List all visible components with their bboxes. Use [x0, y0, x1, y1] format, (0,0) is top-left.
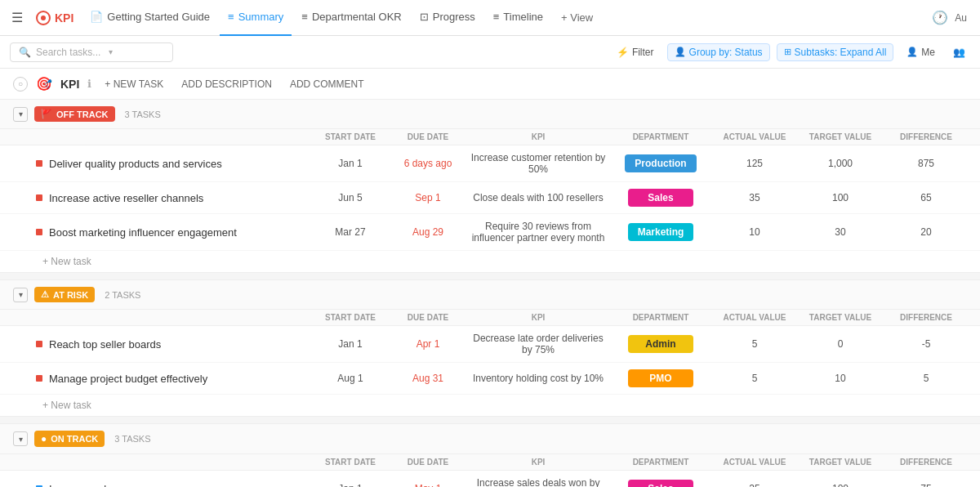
table-row[interactable]: Manage project budget effectively Aug 1 … [0, 363, 980, 395]
task-department: Production [608, 154, 714, 172]
task-actual-value: 5 [714, 338, 795, 350]
table-header-on-track: START DATE DUE DATE KPI DEPARTMENT ACTUA… [0, 454, 980, 471]
task-color-indicator [36, 229, 42, 235]
status-badge-off-track: 🚩 OFF TRACK [34, 106, 115, 122]
progress-icon: ⊡ [420, 11, 429, 23]
task-start-date: Aug 1 [314, 373, 387, 384]
task-department: Sales [608, 480, 714, 487]
status-badge-at-risk: ⚠ AT RISK [34, 287, 95, 302]
status-badge-on-track: ● ON TRACK [34, 431, 105, 447]
task-start-date: Mar 27 [314, 226, 387, 238]
task-actual-value: 5 [714, 373, 795, 384]
table-row[interactable]: Reach top seller boards Jan 1 Apr 1 Decr… [0, 326, 980, 363]
task-count-off-track: 3 TASKS [125, 109, 161, 119]
group-by-button[interactable]: 👤 Group by: Status [667, 43, 770, 61]
task-department: Sales [608, 189, 714, 207]
add-view-button[interactable]: + View [553, 8, 601, 27]
hamburger-icon[interactable]: ☰ [7, 7, 28, 29]
table-row[interactable]: Increase active reseller channels Jun 5 … [0, 182, 980, 214]
section-at-risk: ▾ ⚠ AT RISK 2 TASKS START DATE DUE DATE … [0, 280, 980, 416]
nav-right: 🕐 Au [932, 10, 973, 25]
task-due-date: 6 days ago [387, 158, 469, 169]
task-target-value: 100 [795, 192, 885, 203]
tab-summary[interactable]: ≡ Summary [220, 0, 292, 36]
section-collapse-at-risk[interactable]: ▾ [13, 288, 28, 302]
filter-button[interactable]: ⚡ Filter [610, 44, 661, 60]
task-kpi: Increase customer retention by 50% [469, 152, 608, 175]
task-department: PMO [608, 369, 714, 387]
tab-timeline[interactable]: ≡ Timeline [485, 0, 551, 36]
okr-icon: ≡ [301, 11, 308, 23]
task-name: Deliver quality products and services [49, 158, 222, 170]
task-name: Manage project budget effectively [49, 373, 207, 385]
section-header-at-risk: ▾ ⚠ AT RISK 2 TASKS [0, 280, 980, 310]
table-header-at-risk: START DATE DUE DATE KPI DEPARTMENT ACTUA… [0, 310, 980, 326]
add-comment-button[interactable]: ADD COMMENT [285, 77, 369, 92]
task-name: Increase active reseller channels [49, 192, 203, 204]
task-actual-value: 35 [714, 192, 795, 203]
task-count-at-risk: 2 TASKS [105, 290, 140, 300]
task-start-date: Jun 5 [314, 192, 387, 203]
task-count-on-track: 3 TASKS [114, 434, 150, 444]
task-color-indicator [36, 375, 42, 382]
task-difference: 65 [885, 192, 967, 203]
tab-departmental-okr[interactable]: ≡ Departmental OKR [293, 0, 409, 36]
task-difference: -5 [885, 338, 967, 350]
kpi-info-icon[interactable]: ℹ [87, 78, 91, 90]
task-difference: 75 [885, 483, 967, 487]
task-start-date: Jan 1 [314, 338, 387, 350]
task-kpi: Inventory holding cost by 10% [469, 373, 608, 384]
kpi-collapse-button[interactable]: ○ [13, 77, 28, 92]
main-content: ▾ 🚩 OFF TRACK 3 TASKS START DATE DUE DAT… [0, 100, 980, 487]
new-task-button[interactable]: + NEW TASK [100, 77, 168, 92]
top-nav: ☰ KPI 📄 Getting Started Guide ≡ Summary … [0, 0, 980, 36]
filter-icon: ⚡ [617, 47, 629, 58]
section-header-off-track: ▾ 🚩 OFF TRACK 3 TASKS [0, 100, 980, 129]
search-input[interactable]: 🔍 Search tasks... ▾ [10, 42, 173, 62]
task-due-date: Aug 29 [387, 226, 469, 238]
add-description-button[interactable]: ADD DESCRIPTION [176, 77, 277, 92]
toolbar: 🔍 Search tasks... ▾ ⚡ Filter 👤 Group by:… [0, 36, 980, 69]
svg-point-1 [41, 16, 46, 20]
dropdown-arrow-icon: ▾ [109, 47, 113, 56]
task-name: Boost marketing influencer engagement [49, 226, 237, 239]
me-button[interactable]: 👤 Me [900, 44, 942, 60]
summary-icon: ≡ [228, 11, 234, 23]
kpi-section-header: ○ 🎯 KPI ℹ + NEW TASK ADD DESCRIPTION ADD… [0, 69, 980, 100]
timeline-icon: ≡ [493, 11, 500, 23]
new-task-off-track[interactable]: + New task [0, 251, 980, 272]
task-color-indicator [36, 194, 42, 201]
table-row[interactable]: Deliver quality products and services Ja… [0, 145, 980, 182]
section-collapse-on-track[interactable]: ▾ [13, 431, 28, 446]
task-due-date: Aug 31 [387, 373, 469, 384]
tab-getting-started[interactable]: 📄 Getting Started Guide [82, 0, 218, 36]
table-row[interactable]: Boost marketing influencer engagement Ma… [0, 214, 980, 251]
flag-icon: 🚩 [41, 109, 52, 119]
warning-icon: ⚠ [41, 289, 49, 300]
task-target-value: 100 [795, 483, 885, 487]
task-name-cell: Increase sales [36, 483, 314, 488]
task-difference: 875 [885, 158, 967, 169]
task-name-cell: Deliver quality products and services [36, 158, 314, 170]
table-row[interactable]: Increase sales Jan 1 May 1 Increase sale… [0, 471, 980, 487]
task-color-indicator [36, 160, 42, 167]
task-due-date: Sep 1 [387, 192, 469, 203]
section-header-on-track: ▾ ● ON TRACK 3 TASKS [0, 424, 980, 454]
table-header-off-track: START DATE DUE DATE KPI DEPARTMENT ACTUA… [0, 129, 980, 145]
task-due-date: May 1 [387, 483, 469, 487]
doc-icon: 📄 [90, 11, 103, 23]
task-name-cell: Boost marketing influencer engagement [36, 226, 314, 239]
section-collapse-off-track[interactable]: ▾ [13, 107, 28, 122]
subtasks-button[interactable]: ⊞ Subtasks: Expand All [777, 43, 894, 61]
task-actual-value: 125 [714, 158, 795, 169]
section-divider [0, 272, 980, 280]
user-avatar[interactable]: Au [955, 12, 967, 24]
people-icon[interactable]: 👥 [948, 44, 970, 60]
circle-icon: ● [41, 433, 47, 445]
new-task-at-risk[interactable]: + New task [0, 395, 980, 416]
section-on-track: ▾ ● ON TRACK 3 TASKS START DATE DUE DATE… [0, 424, 980, 487]
section-off-track: ▾ 🚩 OFF TRACK 3 TASKS START DATE DUE DAT… [0, 100, 980, 272]
task-name: Reach top seller boards [49, 338, 161, 351]
task-kpi: Require 30 reviews from influencer partn… [469, 221, 608, 244]
tab-progress[interactable]: ⊡ Progress [412, 0, 483, 36]
